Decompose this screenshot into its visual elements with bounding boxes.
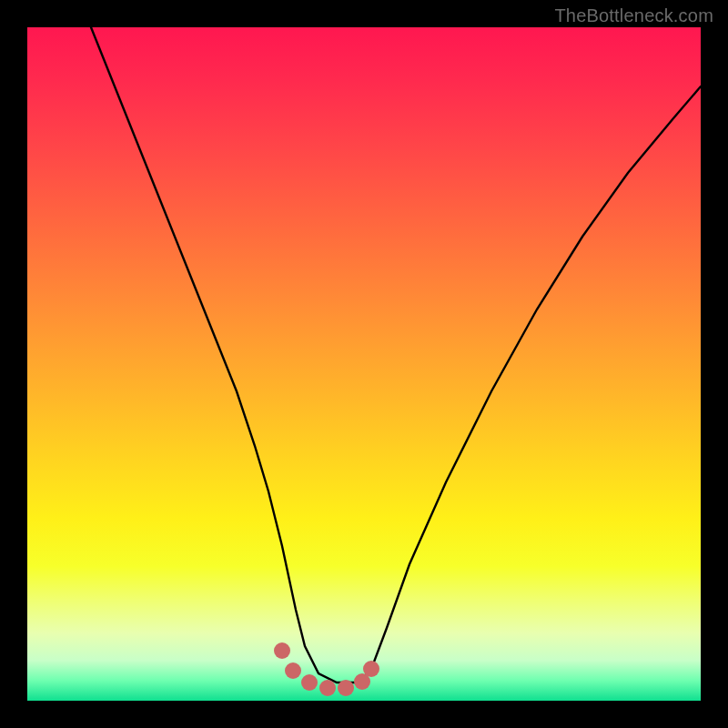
bottleneck-curve <box>91 27 701 682</box>
plot-area <box>27 27 701 701</box>
valley-dots <box>274 642 379 696</box>
valley-dot <box>363 661 379 677</box>
valley-dot <box>301 674 318 691</box>
watermark-text: TheBottleneck.com <box>554 5 713 26</box>
chart-frame: TheBottleneck.com <box>0 0 728 728</box>
curve-layer <box>27 27 701 701</box>
valley-dot <box>274 642 290 659</box>
valley-dot <box>319 680 336 696</box>
valley-dot <box>285 662 301 679</box>
valley-dot <box>338 680 354 696</box>
